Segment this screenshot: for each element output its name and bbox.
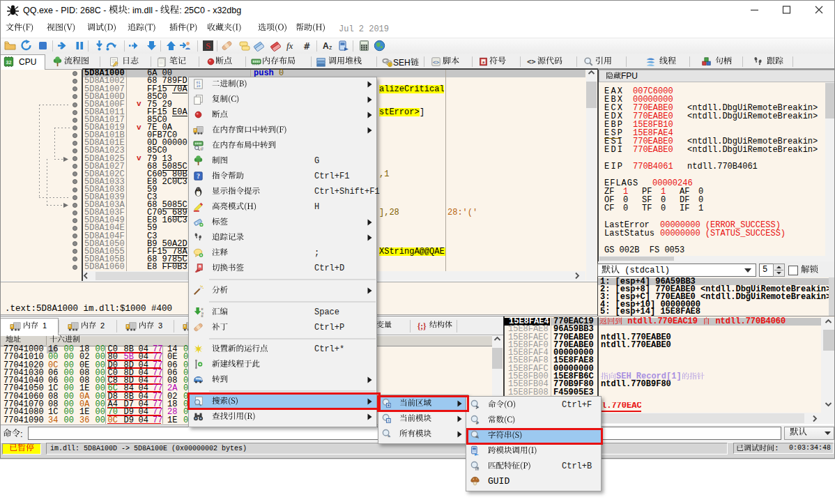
svg-text:n: n (199, 266, 201, 268)
svg-text:@: @ (200, 146, 204, 151)
svg-text:#: # (476, 420, 479, 425)
svg-text:?: ? (197, 172, 200, 180)
svg-text:*: * (388, 434, 390, 439)
svg-text:01: 01 (201, 314, 204, 317)
svg-text:10: 10 (197, 84, 201, 88)
svg-text:01: 01 (201, 307, 204, 311)
svg-text:x: x (388, 418, 390, 422)
